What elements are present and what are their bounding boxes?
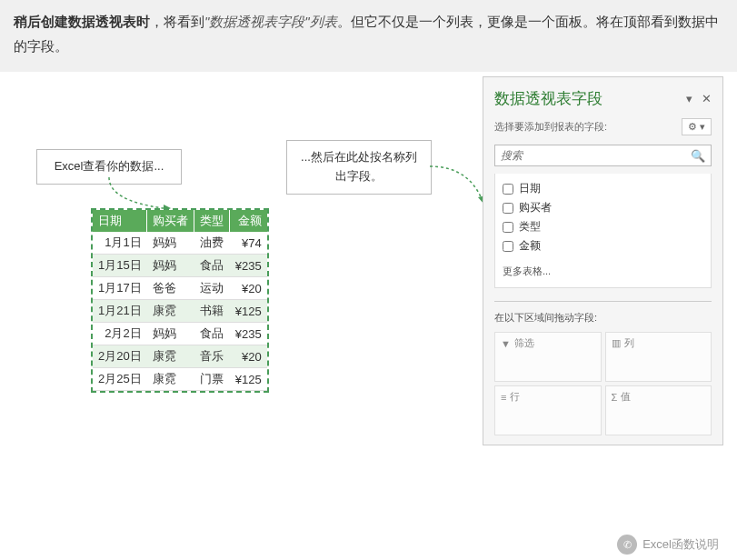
field-checkbox[interactable]: [503, 203, 513, 214]
footer-text: Excel函数说明: [642, 536, 719, 553]
table-cell: 门票: [194, 368, 230, 391]
table-cell: 康霓: [147, 368, 194, 391]
pivot-pane-title-row: 数据透视表字段 ▾ ✕: [494, 88, 712, 109]
values-icon: Σ: [612, 392, 618, 403]
table-cell: 2月2日: [93, 323, 147, 345]
field-label: 日期: [519, 181, 541, 196]
field-list: 日期购买者类型金额 更多表格...: [494, 174, 712, 288]
table-cell: ¥235: [230, 323, 267, 345]
table-row: 1月21日康霓书籍¥125: [93, 300, 267, 323]
table-cell: 1月1日: [93, 232, 147, 255]
desc-bold: 稍后创建数据透视表时: [14, 14, 150, 29]
table-cell: 运动: [194, 277, 230, 300]
source-data-table: 日期 购买者 类型 金额 1月1日妈妈油费¥741月15日妈妈食品¥2351月1…: [91, 208, 269, 393]
table-row: 1月17日爸爸运动¥20: [93, 277, 267, 300]
drag-instruction: 在以下区域间拖动字段:: [494, 311, 712, 325]
description-text: 稍后创建数据透视表时，将看到"数据透视表字段"列表。但它不仅是一个列表，更像是一…: [0, 0, 737, 72]
search-box[interactable]: 🔍: [494, 145, 712, 166]
field-label: 类型: [519, 219, 541, 235]
pivot-fields-pane: 数据透视表字段 ▾ ✕ 选择要添加到报表的字段: ⚙ ▾ 🔍 日期购买者类型金额…: [483, 76, 723, 445]
drop-zones: ▼筛选 ▥列 ≡行 Σ值: [494, 332, 712, 435]
desc-italic: "数据透视表字段"列表: [204, 14, 337, 29]
pivot-pane-title: 数据透视表字段: [494, 88, 603, 109]
filter-icon: ▼: [501, 338, 511, 349]
table-cell: 妈妈: [147, 323, 194, 345]
table-cell: ¥125: [230, 368, 267, 391]
callout-excel-data: Excel查看你的数据...: [36, 149, 182, 185]
rows-icon: ≡: [501, 392, 506, 403]
field-checkbox[interactable]: [503, 222, 513, 233]
table-row: 2月25日康霓门票¥125: [93, 368, 267, 391]
field-item[interactable]: 金额: [503, 236, 703, 255]
filter-zone[interactable]: ▼筛选: [494, 332, 602, 382]
table-cell: ¥125: [230, 300, 267, 323]
search-input[interactable]: [495, 145, 685, 165]
table-cell: 2月25日: [93, 368, 147, 391]
more-tables-link[interactable]: 更多表格...: [503, 265, 703, 282]
table-cell: 康霓: [147, 345, 194, 368]
field-item[interactable]: 购买者: [503, 198, 703, 217]
pivot-subtitle: 选择要添加到报表的字段:: [494, 120, 607, 134]
table-cell: 音乐: [194, 345, 230, 368]
pivot-subtitle-row: 选择要添加到报表的字段: ⚙ ▾: [494, 118, 712, 135]
col-header-type: 类型: [194, 210, 230, 232]
table-cell: 康霓: [147, 300, 194, 323]
table-cell: 油费: [194, 232, 230, 255]
gear-icon: ⚙: [688, 121, 697, 133]
chevron-down-icon: ▾: [700, 121, 705, 133]
columns-icon: ▥: [612, 337, 621, 349]
table-cell: 食品: [194, 323, 230, 345]
table-cell: 食品: [194, 255, 230, 277]
callout-fields-listed: ...然后在此处按名称列出字段。: [286, 140, 432, 195]
table-header-row: 日期 购买者 类型 金额: [93, 210, 267, 232]
columns-zone[interactable]: ▥列: [605, 332, 712, 382]
field-checkbox[interactable]: [503, 241, 513, 252]
table-cell: 妈妈: [147, 255, 194, 277]
table-cell: 1月17日: [93, 277, 147, 300]
field-item[interactable]: 日期: [503, 179, 703, 198]
table-row: 1月15日妈妈食品¥235: [93, 255, 267, 277]
rows-zone[interactable]: ≡行: [494, 385, 602, 435]
table-cell: ¥20: [230, 277, 267, 300]
col-header-amount: 金额: [230, 210, 267, 232]
table-cell: ¥20: [230, 345, 267, 368]
table-cell: 爸爸: [147, 277, 194, 300]
table-cell: ¥74: [230, 232, 267, 255]
table-row: 2月2日妈妈食品¥235: [93, 323, 267, 345]
field-checkbox[interactable]: [503, 184, 513, 195]
footer-credit: ✆ Excel函数说明: [617, 535, 719, 555]
table-cell: 2月20日: [93, 345, 147, 368]
col-header-buyer: 购买者: [147, 210, 194, 232]
table-cell: 1月15日: [93, 255, 147, 277]
main-area: Excel查看你的数据... ...然后在此处按名称列出字段。 日期 购买者 类…: [0, 72, 737, 90]
table-row: 2月20日康霓音乐¥20: [93, 345, 267, 368]
wechat-icon: ✆: [617, 535, 637, 555]
close-icon[interactable]: ✕: [702, 92, 712, 105]
table-cell: 书籍: [194, 300, 230, 323]
search-icon[interactable]: 🔍: [685, 149, 711, 163]
table-row: 1月1日妈妈油费¥74: [93, 232, 267, 255]
dropdown-icon[interactable]: ▾: [686, 92, 692, 105]
values-zone[interactable]: Σ值: [605, 385, 712, 435]
field-item[interactable]: 类型: [503, 217, 703, 236]
col-header-date: 日期: [93, 210, 147, 232]
field-label: 购买者: [519, 200, 552, 215]
divider: [494, 301, 712, 302]
settings-button[interactable]: ⚙ ▾: [682, 118, 712, 135]
table-cell: 妈妈: [147, 232, 194, 255]
table-cell: 1月21日: [93, 300, 147, 323]
table-cell: ¥235: [230, 255, 267, 277]
field-label: 金额: [519, 238, 541, 254]
